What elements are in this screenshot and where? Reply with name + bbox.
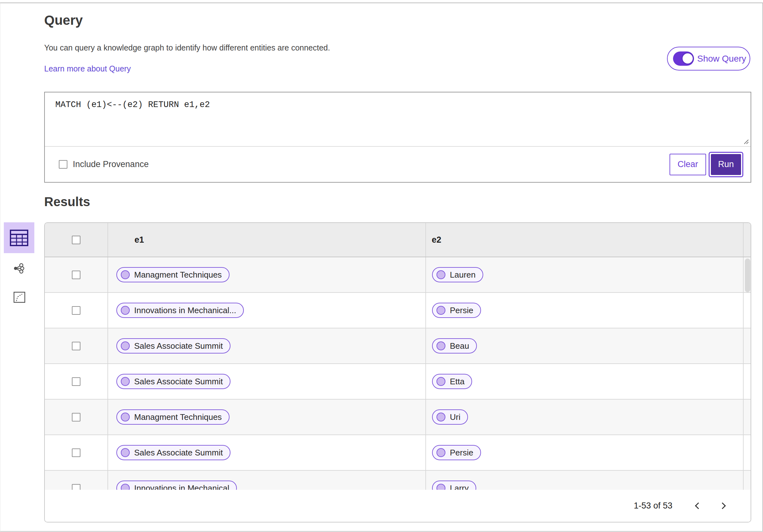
show-query-label: Show Query (697, 54, 746, 64)
results-title: Results (44, 195, 90, 209)
scrollbar-gutter (744, 435, 751, 470)
entity-pill[interactable]: Sales Associate Summit (116, 338, 231, 353)
row-checkbox[interactable] (72, 377, 80, 386)
table-row[interactable]: Sales Associate Summit Persie (45, 435, 751, 471)
entity-node-icon (121, 341, 130, 350)
scrollbar-gutter (744, 471, 751, 490)
table-row[interactable]: Managment Techniques Lauren (45, 257, 751, 293)
scrollbar-gutter (744, 293, 751, 328)
entity-node-icon (437, 270, 445, 279)
entity-pill[interactable]: Managment Techniques (116, 409, 230, 425)
query-textarea-wrap: MATCH (e1)<--(e2) RETURN e1,e2 (45, 92, 751, 147)
entity-node-icon (121, 270, 130, 279)
include-provenance-label: Include Provenance (73, 159, 149, 169)
table-header-row: e1 e2 (45, 223, 751, 257)
resize-grip-icon[interactable] (742, 137, 749, 144)
run-button[interactable]: Run (711, 154, 741, 175)
entity-node-icon (437, 377, 445, 386)
entity-node-icon (437, 484, 445, 490)
entity-pill[interactable]: Uri (432, 409, 468, 425)
toggle-switch-icon[interactable] (673, 51, 694, 66)
entity-node-icon (437, 306, 445, 315)
clear-button[interactable]: Clear (670, 154, 706, 175)
entity-pill[interactable]: Sales Associate Summit (116, 374, 231, 389)
column-header-e2[interactable]: e2 (426, 223, 744, 257)
chevron-left-icon (695, 502, 701, 509)
entity-pill[interactable]: Persie (432, 303, 481, 318)
entity-pill[interactable]: Managment Techniques (116, 267, 230, 282)
row-checkbox[interactable] (72, 271, 80, 279)
table-footer: 1-53 of 53 (45, 490, 751, 522)
entity-pill[interactable]: Beau (432, 338, 477, 353)
entity-pill[interactable]: Etta (432, 374, 472, 389)
learn-more-link[interactable]: Learn more about Query (44, 64, 131, 73)
entity-node-icon (121, 484, 130, 490)
scrollbar-gutter (744, 223, 751, 257)
entity-node-icon (121, 377, 130, 386)
chevron-right-icon (719, 502, 725, 509)
row-checkbox[interactable] (72, 484, 80, 490)
entity-node-icon (437, 448, 445, 457)
page-description: You can query a knowledge graph to ident… (44, 43, 330, 52)
show-query-toggle[interactable]: Show Query (667, 47, 750, 70)
entity-node-icon (437, 341, 445, 350)
query-editor-panel: MATCH (e1)<--(e2) RETURN e1,e2 Include P… (44, 92, 751, 183)
entity-node-icon (121, 448, 130, 457)
scrollbar-gutter (744, 364, 751, 399)
pagination-range-label: 1-53 of 53 (634, 501, 672, 511)
scrollbar-gutter (744, 328, 751, 363)
entity-pill[interactable]: Innovations in Mechanical (116, 481, 237, 490)
vertical-scrollbar-thumb[interactable] (745, 259, 750, 292)
entity-node-icon (437, 412, 445, 421)
table-row[interactable]: Sales Associate Summit Etta (45, 364, 751, 399)
row-checkbox[interactable] (72, 413, 80, 421)
include-provenance-checkbox[interactable] (59, 160, 67, 169)
scrollbar-gutter (744, 399, 751, 434)
select-all-checkbox[interactable] (72, 236, 80, 244)
entity-node-icon (121, 306, 130, 315)
row-checkbox[interactable] (72, 306, 80, 315)
entity-pill[interactable]: Larry (432, 481, 476, 490)
row-checkbox[interactable] (72, 448, 80, 457)
entity-pill[interactable]: Sales Associate Summit (116, 445, 231, 460)
query-input[interactable]: MATCH (e1)<--(e2) RETURN e1,e2 (45, 92, 751, 146)
table-body: Managment Techniques Lauren Innovations … (45, 257, 751, 490)
toggle-knob (682, 52, 694, 64)
table-row[interactable]: Sales Associate Summit Beau (45, 328, 751, 364)
run-button-focus-ring: Run (708, 152, 743, 177)
query-page: Query You can query a knowledge graph to… (0, 0, 763, 532)
row-checkbox[interactable] (72, 342, 80, 350)
results-table: e1 e2 Managment Techniques Lauren Innova… (44, 222, 751, 522)
entity-pill[interactable]: Innovations in Mechanical... (116, 303, 244, 318)
header-checkbox-cell (45, 223, 108, 257)
page-title: Query (44, 13, 83, 28)
table-view-icon[interactable] (4, 222, 34, 253)
table-row[interactable]: Innovations in Mechanical... Persie (45, 293, 751, 328)
entity-pill[interactable]: Persie (432, 445, 481, 460)
entity-node-icon (121, 412, 130, 421)
expand-view-icon[interactable] (13, 292, 26, 303)
graph-view-icon[interactable] (13, 262, 25, 274)
table-row[interactable]: Managment Techniques Uri (45, 399, 751, 435)
query-editor-footer: Include Provenance Clear Run (45, 147, 751, 182)
column-header-e1[interactable]: e1 (108, 223, 426, 257)
pagination-prev-button[interactable] (688, 496, 707, 515)
pagination-next-button[interactable] (714, 496, 733, 515)
table-row[interactable]: Innovations in Mechanical Larry (45, 471, 751, 490)
entity-pill[interactable]: Lauren (432, 267, 483, 282)
